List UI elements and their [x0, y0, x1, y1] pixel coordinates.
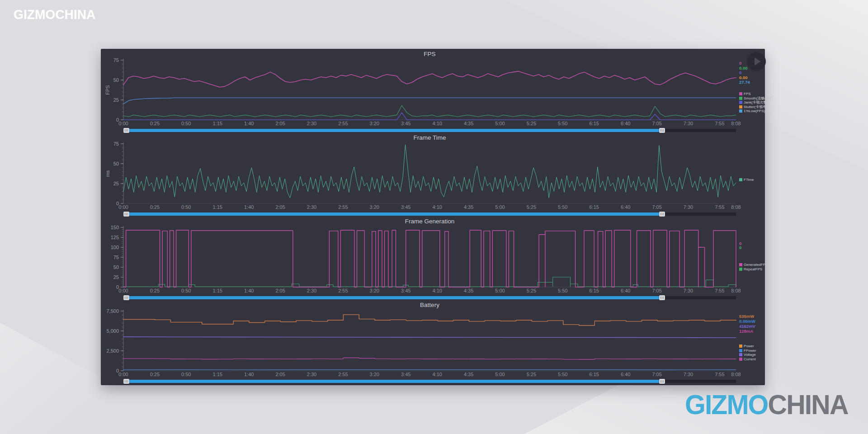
logo-part-china: CHINA [768, 389, 848, 420]
chart-title-frame-generation: Frame Generation [123, 218, 736, 225]
chart-legend: PowerFPowerVoltageCurrent [739, 344, 765, 361]
svg-text:50: 50 [113, 77, 119, 83]
chart-legend: FTime [739, 178, 765, 182]
svg-text:7,500: 7,500 [106, 308, 119, 314]
chart-legend: GeneratedFPSRepeatFPS [739, 263, 765, 271]
chart-row-frame-time: Frame Time ms 0255075 0:000:250:501:151:… [101, 132, 765, 216]
scrollbar-handle-right[interactable] [659, 379, 665, 384]
chart-title-fps: FPS [123, 51, 736, 57]
frame-time-chart-plot: 0255075 [101, 142, 765, 209]
chart-legend: FPSSmooth(流畅程度)Jank(卡顿次数)Stutter(卡顿率)1%L… [739, 92, 765, 113]
scrollbar-track[interactable] [662, 129, 736, 132]
scrollbar-handle-left[interactable] [123, 379, 129, 384]
fps-chart-plot: 0255075 [101, 58, 765, 126]
perf-monitor-panel: FPS FPS 0255075 0:000:250:501:151:402:05… [101, 49, 765, 385]
svg-text:25: 25 [113, 97, 119, 103]
svg-text:75: 75 [113, 255, 119, 260]
chart-row-fps: FPS FPS 0255075 0:000:250:501:151:402:05… [101, 49, 765, 132]
chart-row-battery: Battery 02,5005,0007,500 0:000:250:501:1… [101, 300, 765, 383]
svg-text:75: 75 [113, 141, 119, 146]
svg-text:25: 25 [113, 274, 119, 280]
battery-chart-plot: 02,5005,0007,500 [101, 309, 765, 377]
svg-text:5,000: 5,000 [106, 328, 119, 334]
x-axis-labels: 0:000:250:501:151:402:052:302:553:203:45… [101, 204, 765, 210]
svg-text:50: 50 [113, 161, 119, 166]
play-icon [755, 57, 761, 66]
scrollbar-fill[interactable] [123, 380, 662, 383]
svg-text:100: 100 [111, 245, 119, 250]
svg-text:2,500: 2,500 [106, 348, 119, 354]
scrollbar-track[interactable] [662, 380, 736, 383]
play-button[interactable] [747, 52, 766, 71]
chart-row-frame-generation: Frame Generation 0255075100125150 0:000:… [101, 216, 765, 300]
scrollbar-track[interactable] [662, 296, 736, 299]
svg-text:150: 150 [111, 225, 119, 230]
logo-part-gizmo: GIZMO [685, 389, 768, 420]
scrollbar-track[interactable] [662, 212, 736, 216]
chart-title-battery: Battery [123, 302, 736, 308]
scrollbar-fill[interactable] [123, 212, 662, 216]
svg-text:25: 25 [113, 181, 119, 186]
svg-text:50: 50 [113, 264, 119, 270]
gizmochina-logo-top: GIZMOCHINA [14, 7, 95, 22]
x-axis-labels: 0:000:250:501:151:402:052:302:553:203:45… [101, 121, 765, 127]
x-axis-labels: 0:000:250:501:151:402:052:302:553:203:45… [101, 288, 765, 294]
gizmochina-logo-bottom: GIZMOCHINA [685, 388, 848, 420]
x-axis-labels: 0:000:250:501:151:402:052:302:553:203:45… [101, 372, 765, 377]
svg-text:125: 125 [111, 235, 119, 240]
frame-generation-chart-plot: 0255075100125150 [101, 225, 765, 293]
scrollbar-fill[interactable] [123, 129, 662, 132]
scrollbar-fill[interactable] [123, 296, 662, 299]
svg-text:75: 75 [113, 57, 119, 63]
chart-title-frame-time: Frame Time [123, 134, 736, 141]
timeline-scrollbar[interactable] [123, 379, 736, 384]
